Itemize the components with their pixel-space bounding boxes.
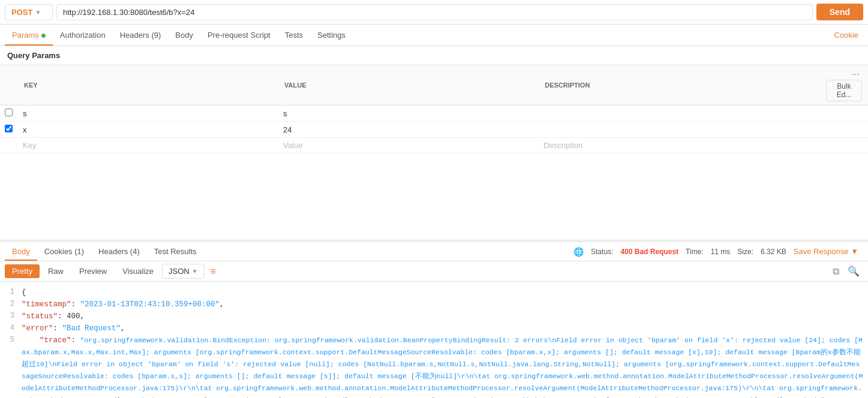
json-brace-open: { xyxy=(22,287,26,298)
status-info: 🌐 Status: 400 Bad Request Time: 11 ms Si… xyxy=(573,247,863,257)
response-tab-test-results[interactable]: Test Results xyxy=(147,242,204,261)
method-select[interactable]: POST ▼ xyxy=(5,4,53,20)
tab-authorization-label: Authorization xyxy=(60,31,106,40)
tab-tests[interactable]: Tests xyxy=(278,25,310,46)
params-dot xyxy=(41,34,46,38)
row2-value-input[interactable] xyxy=(283,125,534,134)
format-tab-visualize[interactable]: Visualize xyxy=(115,264,161,278)
new-desc-input[interactable] xyxy=(543,141,815,150)
format-dropdown-label: JSON xyxy=(169,267,190,276)
line-num-3: 3 xyxy=(5,310,22,322)
new-value-input[interactable] xyxy=(283,141,534,150)
format-tabs-row: Pretty Raw Preview Visualize JSON ▼ ≡ ⧉ … xyxy=(0,261,868,282)
search-button[interactable]: 🔍 xyxy=(844,264,863,278)
json-line-4-text: "error": "Bad Request", xyxy=(22,322,125,334)
json-line-1: 1 { xyxy=(0,287,868,298)
row1-value-input[interactable] xyxy=(283,109,534,118)
json-line-2-text: "timestamp": "2023-01-13T02:43:10.359+00… xyxy=(22,298,224,310)
query-params-header: Query Params xyxy=(0,46,868,65)
response-tab-cookies[interactable]: Cookies (1) xyxy=(37,242,91,261)
format-dropdown[interactable]: JSON ▼ xyxy=(162,264,205,279)
tab-settings-label: Settings xyxy=(317,31,346,40)
tab-params-label: Params xyxy=(12,31,39,40)
tab-body-label: Body xyxy=(175,31,193,40)
json-content: 1 { 2 "timestamp": "2023-01-13T02:43:10.… xyxy=(0,282,868,398)
json-line-3: 3 "status": 400, xyxy=(0,310,868,322)
time-label: Time: xyxy=(686,248,704,256)
row2-key-input[interactable] xyxy=(23,125,274,134)
method-label: POST xyxy=(11,8,32,17)
json-line-3-text: "status": 400, xyxy=(22,310,85,322)
response-tab-body-label: Body xyxy=(12,247,30,256)
more-options-button[interactable]: ··· xyxy=(849,69,862,80)
col-value-header: VALUE xyxy=(278,65,539,105)
format-tab-raw[interactable]: Raw xyxy=(41,264,71,278)
copy-button[interactable]: ⧉ xyxy=(829,265,843,278)
tab-tests-label: Tests xyxy=(285,31,303,40)
tab-authorization[interactable]: Authorization xyxy=(53,25,113,46)
json-line-4: 4 "error": "Bad Request", xyxy=(0,322,868,334)
json-line-2: 2 "timestamp": "2023-01-13T02:43:10.359+… xyxy=(0,298,868,310)
json-line-5-text: "trace": "org.springframework.validation… xyxy=(22,334,863,398)
col-check-header xyxy=(0,65,18,105)
params-table: KEY VALUE DESCRIPTION ··· Bulk Ed... xyxy=(0,65,868,153)
col-key-header: KEY xyxy=(18,65,278,105)
row1-key-input[interactable] xyxy=(23,109,274,118)
url-bar: POST ▼ Send xyxy=(0,0,868,25)
size-label: Size: xyxy=(737,248,753,256)
tab-pre-request-label: Pre-request Script xyxy=(208,31,271,40)
cookie-link[interactable]: Cookie xyxy=(830,25,863,46)
tab-headers[interactable]: Headers (9) xyxy=(113,25,169,46)
response-tab-cookies-label: Cookies (1) xyxy=(44,247,84,256)
response-tab-body[interactable]: Body xyxy=(5,242,37,261)
format-dropdown-chevron: ▼ xyxy=(192,268,198,275)
status-label: Status: xyxy=(591,248,613,256)
col-desc-header: DESCRIPTION xyxy=(539,65,820,105)
tab-pre-request[interactable]: Pre-request Script xyxy=(200,25,278,46)
format-tab-pretty[interactable]: Pretty xyxy=(5,264,40,278)
line-num-1: 1 xyxy=(5,287,22,298)
line-num-5: 5 xyxy=(5,334,22,398)
response-section: Body Cookies (1) Headers (4) Test Result… xyxy=(0,242,868,398)
json-line-5: 5 "trace": "org.springframework.validati… xyxy=(0,334,868,398)
globe-icon: 🌐 xyxy=(573,247,584,257)
size-value: 6.32 KB xyxy=(761,248,786,256)
tab-headers-label: Headers (9) xyxy=(120,31,161,40)
line-num-4: 4 xyxy=(5,322,22,334)
send-button[interactable]: Send xyxy=(816,4,863,20)
row2-desc-input[interactable] xyxy=(543,125,815,134)
wrap-button[interactable]: ≡ xyxy=(211,266,216,277)
new-key-input[interactable] xyxy=(23,141,274,150)
bulk-edit-button[interactable]: Bulk Ed... xyxy=(826,80,862,101)
json-scroll-area[interactable]: 1 { 2 "timestamp": "2023-01-13T02:43:10.… xyxy=(0,282,868,398)
table-row xyxy=(0,105,868,122)
time-value: 11 ms xyxy=(711,248,731,256)
response-tab-headers-label: Headers (4) xyxy=(98,247,140,256)
row2-checkbox[interactable] xyxy=(5,125,13,132)
tab-body[interactable]: Body xyxy=(168,25,200,46)
method-chevron-icon: ▼ xyxy=(35,9,41,16)
line-num-2: 2 xyxy=(5,298,22,310)
request-tabs: Params Authorization Headers (9) Body Pr… xyxy=(0,25,868,46)
table-row-empty xyxy=(0,138,868,153)
status-value: 400 Bad Request xyxy=(620,248,678,256)
row1-desc-input[interactable] xyxy=(543,109,815,118)
format-tab-preview[interactable]: Preview xyxy=(72,264,114,278)
response-tab-headers[interactable]: Headers (4) xyxy=(91,242,147,261)
table-row xyxy=(0,122,868,138)
save-response-button[interactable]: Save Response ▼ xyxy=(794,247,858,256)
tab-params[interactable]: Params xyxy=(5,25,53,46)
tab-settings[interactable]: Settings xyxy=(310,25,353,46)
response-tab-test-results-label: Test Results xyxy=(154,247,197,256)
response-tabs: Body Cookies (1) Headers (4) Test Result… xyxy=(0,242,868,261)
url-input[interactable] xyxy=(56,4,813,20)
col-actions-header: ··· Bulk Ed... xyxy=(820,65,868,105)
row1-checkbox[interactable] xyxy=(5,108,13,116)
